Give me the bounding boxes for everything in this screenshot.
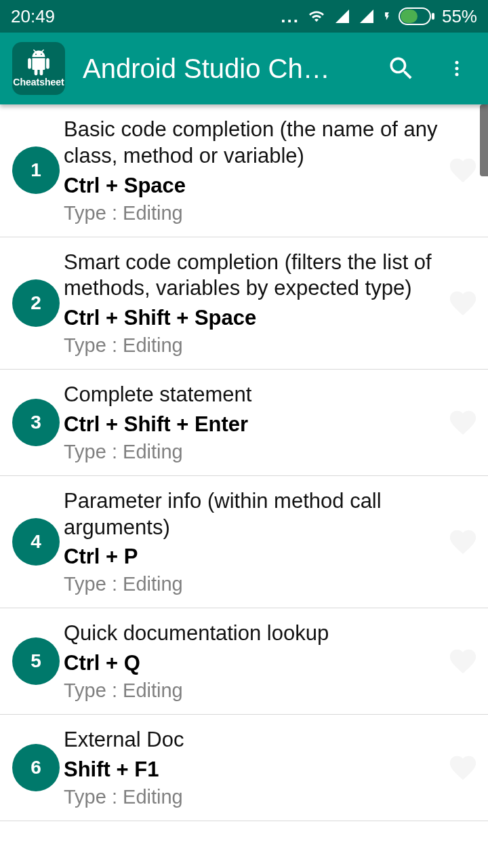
item-content: Basic code completion (the name of any c… — [64, 117, 443, 224]
item-number-badge: 2 — [12, 279, 60, 327]
favorite-icon[interactable] — [447, 407, 479, 438]
item-type: Type : Editing — [64, 679, 443, 702]
item-type: Type : Editing — [64, 441, 443, 463]
item-title: Parameter info (within method call argum… — [64, 488, 443, 541]
item-title: External Doc — [64, 727, 443, 753]
status-icons: ... 55% — [281, 6, 477, 27]
svg-point-5 — [455, 73, 459, 76]
charge-icon — [382, 8, 392, 24]
item-type: Type : Editing — [64, 573, 443, 595]
item-title: Complete statement — [64, 382, 443, 408]
item-shortcut: Ctrl + Shift + Enter — [64, 412, 443, 437]
shortcut-list: 1 Basic code completion (the name of any… — [0, 104, 488, 821]
item-content: Parameter info (within method call argum… — [64, 488, 443, 596]
more-vert-icon — [447, 54, 467, 83]
favorite-icon[interactable] — [447, 288, 479, 319]
svg-rect-2 — [432, 13, 434, 20]
battery-icon — [399, 7, 435, 25]
status-bar: 20:49 ... 55% — [0, 0, 488, 33]
item-number-badge: 1 — [12, 146, 60, 194]
list-item[interactable]: 5 Quick documentation lookup Ctrl + Q Ty… — [0, 608, 488, 715]
app-icon-label: Cheatsheet — [13, 77, 64, 87]
item-content: Smart code completion (filters the list … — [64, 250, 443, 357]
svg-point-3 — [455, 61, 459, 64]
signal-icon — [333, 8, 351, 24]
item-number-badge: 3 — [12, 399, 60, 446]
item-shortcut: Ctrl + Shift + Space — [64, 306, 443, 330]
more-icon: ... — [281, 6, 300, 27]
item-title: Basic code completion (the name of any c… — [64, 117, 443, 170]
item-type: Type : Editing — [64, 786, 443, 808]
item-number-badge: 5 — [12, 637, 60, 685]
svg-point-4 — [455, 67, 459, 71]
android-icon — [24, 50, 54, 75]
status-time: 20:49 — [11, 6, 55, 27]
search-button[interactable] — [382, 50, 420, 87]
item-shortcut: Ctrl + P — [64, 545, 443, 569]
item-title: Smart code completion (filters the list … — [64, 250, 443, 302]
list-item[interactable]: 6 External Doc Shift + F1 Type : Editing — [0, 715, 488, 821]
search-icon — [386, 54, 416, 83]
list-item[interactable]: 3 Complete statement Ctrl + Shift + Ente… — [0, 370, 488, 476]
item-content: External Doc Shift + F1 Type : Editing — [64, 727, 443, 808]
svg-rect-1 — [401, 9, 418, 23]
list-item[interactable]: 2 Smart code completion (filters the lis… — [0, 237, 488, 370]
app-title: Android Studio Ch… — [83, 54, 365, 84]
item-title: Quick documentation lookup — [64, 620, 443, 647]
item-shortcut: Shift + F1 — [64, 757, 443, 782]
item-number-badge: 6 — [12, 744, 60, 791]
favorite-icon[interactable] — [447, 752, 479, 783]
item-content: Quick documentation lookup Ctrl + Q Type… — [64, 620, 443, 702]
item-number-badge: 4 — [12, 518, 60, 566]
signal-icon-2 — [358, 8, 375, 24]
battery-percent: 55% — [442, 6, 477, 27]
scrollbar-thumb[interactable] — [480, 104, 488, 176]
list-item[interactable]: 1 Basic code completion (the name of any… — [0, 104, 488, 237]
overflow-menu-button[interactable] — [438, 50, 476, 87]
item-type: Type : Editing — [64, 334, 443, 357]
item-content: Complete statement Ctrl + Shift + Enter … — [64, 382, 443, 463]
app-icon[interactable]: Cheatsheet — [12, 42, 65, 95]
favorite-icon[interactable] — [447, 155, 479, 186]
item-shortcut: Ctrl + Space — [64, 174, 443, 198]
favorite-icon[interactable] — [447, 526, 479, 557]
favorite-icon[interactable] — [447, 646, 479, 677]
wifi-icon — [306, 8, 327, 24]
item-shortcut: Ctrl + Q — [64, 651, 443, 675]
app-bar: Cheatsheet Android Studio Ch… — [0, 33, 488, 104]
list-item[interactable]: 4 Parameter info (within method call arg… — [0, 476, 488, 609]
item-type: Type : Editing — [64, 202, 443, 224]
